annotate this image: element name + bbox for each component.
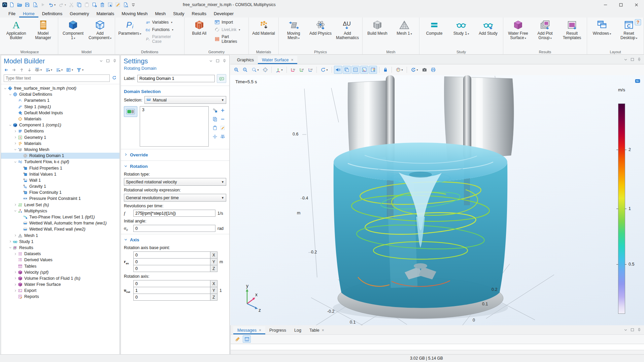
menu-study[interactable]: Study xyxy=(169,10,188,18)
ribbon-parameter-case-button[interactable]: PiParameter Case xyxy=(144,34,182,44)
menu-geometry[interactable]: Geometry xyxy=(66,10,93,18)
tree-item-datasets[interactable]: Datasets xyxy=(1,251,120,257)
tree-item-step-1[interactable]: Step 1(step1) xyxy=(1,104,120,110)
open-file-button[interactable] xyxy=(16,1,23,8)
menu-moving-mesh[interactable]: Moving Mesh xyxy=(118,10,151,18)
view-lock-button[interactable] xyxy=(381,66,389,74)
panel-menu-button[interactable] xyxy=(623,57,628,63)
tree-item-water-free-surface[interactable]: Water Free Surface xyxy=(1,281,120,288)
plot-window-icon[interactable] xyxy=(635,78,641,85)
print-button[interactable] xyxy=(429,66,437,74)
highlight-button[interactable] xyxy=(114,1,121,8)
delete-button[interactable] xyxy=(99,1,106,8)
tree-item-materials[interactable]: Materials xyxy=(1,116,120,122)
ribbon-moving-mesh-button[interactable]: Moving Mesh▾ xyxy=(280,19,307,41)
vector-component-input[interactable] xyxy=(133,251,210,258)
nav-forward-button[interactable] xyxy=(11,67,18,72)
tab-water-surface[interactable]: Water Surface× xyxy=(258,56,297,64)
preview-button[interactable] xyxy=(122,1,129,8)
panel-float-button[interactable] xyxy=(630,327,635,333)
panel-float-button[interactable] xyxy=(106,58,110,64)
tree-item-results[interactable]: Results xyxy=(1,245,120,251)
tree-expander[interactable] xyxy=(13,289,18,292)
tree-expander[interactable] xyxy=(13,160,18,163)
snapshot-button[interactable] xyxy=(420,66,429,74)
menu-results[interactable]: Results xyxy=(188,10,210,18)
tree-item-volume-fraction-of-fluid-1[interactable]: Volume Fraction of Fluid 1(ls) xyxy=(1,275,120,281)
cut-button[interactable] xyxy=(68,1,75,8)
zoom-out-button[interactable] xyxy=(241,66,249,74)
vector-component-input[interactable] xyxy=(133,258,210,265)
panel-float-button[interactable] xyxy=(215,58,220,64)
panel-menu-button[interactable] xyxy=(99,58,103,64)
paste-selection-button[interactable] xyxy=(211,124,218,132)
ribbon-import-button[interactable]: Import xyxy=(213,19,246,25)
clear-broom-button[interactable] xyxy=(233,335,241,343)
tab-progress[interactable]: Progress xyxy=(265,326,290,334)
view-xz-button[interactable]: xz xyxy=(306,66,314,74)
rename-button[interactable] xyxy=(217,74,226,83)
tree-expander[interactable] xyxy=(13,203,18,206)
ribbon-model-manager-button[interactable]: Model Manager xyxy=(30,19,56,41)
tree-expander[interactable] xyxy=(8,240,12,243)
tree-item-component-1[interactable]: Component 1(comp1) xyxy=(1,122,120,128)
ribbon-add-mathematics-button[interactable]: ΔUAdd Mathematics xyxy=(334,19,361,41)
menu-mesh[interactable]: Mesh xyxy=(151,10,169,18)
nav-back-button[interactable] xyxy=(4,67,10,72)
zoom-in-button[interactable] xyxy=(232,66,240,74)
ribbon-water-free-surface-button[interactable]: Water Free Surface▾ xyxy=(505,19,531,41)
ribbon-add-material-button[interactable]: Add Material xyxy=(250,19,277,37)
paste-button[interactable] xyxy=(83,1,90,8)
panel-pin-button[interactable] xyxy=(112,58,117,64)
create-selection-button[interactable] xyxy=(211,106,218,115)
tree-expander[interactable] xyxy=(13,277,18,280)
tree-item-mesh-1[interactable]: Mesh 1 xyxy=(1,233,120,239)
table-message-button[interactable] xyxy=(243,335,251,343)
close-tab-icon[interactable]: × xyxy=(259,328,261,333)
close-button[interactable] xyxy=(629,0,644,9)
3d-plot[interactable]: Time=5.5 s xyxy=(230,75,644,325)
rotation-section[interactable]: Rotation xyxy=(121,162,229,171)
duplicate-button[interactable] xyxy=(91,1,98,8)
view-xy-button[interactable]: xy xyxy=(289,66,297,74)
ribbon-mesh-1-button[interactable]: Mesh 1▾ xyxy=(391,19,417,37)
tree-item-default-model-inputs[interactable]: Default Model Inputs xyxy=(1,110,120,116)
axis-orientation-button[interactable] xyxy=(360,66,368,74)
close-tab-icon[interactable]: × xyxy=(322,328,324,333)
hide-selection-button[interactable] xyxy=(219,132,226,141)
tree-item-multiphysics[interactable]: Multiphysics xyxy=(1,208,120,214)
tree-item-global-definitions[interactable]: Global Definitions xyxy=(1,91,120,97)
menu-materials[interactable]: Materials xyxy=(93,10,118,18)
selection-dropdown[interactable]: Manual ▼ xyxy=(144,96,226,104)
panel-menu-button[interactable] xyxy=(209,58,213,64)
tree-item-wetted-wall-fixed-wall[interactable]: Wetted Wall, Fixed wall(ww2) xyxy=(1,226,120,232)
view-yz-button[interactable]: yz xyxy=(298,66,306,74)
grid-toggle-button[interactable] xyxy=(351,66,360,74)
initial-angle-input[interactable] xyxy=(133,225,215,232)
ribbon-add-component-button[interactable]: Add Component▾ xyxy=(87,19,113,41)
expand-all-button[interactable]: ▾ xyxy=(45,67,54,72)
tree-item-velocity[interactable]: Velocity(spf) xyxy=(1,269,120,275)
ribbon-build-mesh-button[interactable]: Build Mesh xyxy=(364,19,391,37)
color-legend-button[interactable] xyxy=(369,66,377,74)
tree-expander[interactable] xyxy=(3,87,7,90)
view-default-button[interactable]: ▾ xyxy=(274,66,284,74)
ribbon-result-templates-button[interactable]: Result Templates xyxy=(559,19,585,41)
menu-home[interactable]: Home xyxy=(19,10,38,18)
tree-item-reports[interactable]: Reports xyxy=(1,294,120,300)
tree-item-definitions[interactable]: Definitions xyxy=(1,128,120,134)
ribbon-add-plot-group-button[interactable]: Add Plot Group▾ xyxy=(532,19,558,41)
tree-expander[interactable] xyxy=(13,130,18,133)
label-input[interactable] xyxy=(137,75,215,82)
ribbon-windows-button[interactable]: Windows▾ xyxy=(589,19,615,37)
group-columns-button[interactable]: ▾ xyxy=(66,67,75,72)
tree-item-geometry-1[interactable]: AGeometry 1 xyxy=(1,134,120,141)
transparency-button[interactable] xyxy=(343,66,351,74)
minimize-button[interactable] xyxy=(598,0,613,9)
tab-table[interactable]: Table× xyxy=(305,326,328,334)
rotation-type-dropdown[interactable]: Specified rotational velocity▼ xyxy=(124,178,226,186)
tree-item-flow-continuity-1[interactable]: DFlow Continuity 1 xyxy=(1,189,120,195)
menu-file[interactable]: File xyxy=(5,10,19,18)
copy-selection-button[interactable] xyxy=(211,115,218,123)
selection-list-item[interactable]: 3 xyxy=(142,108,206,112)
